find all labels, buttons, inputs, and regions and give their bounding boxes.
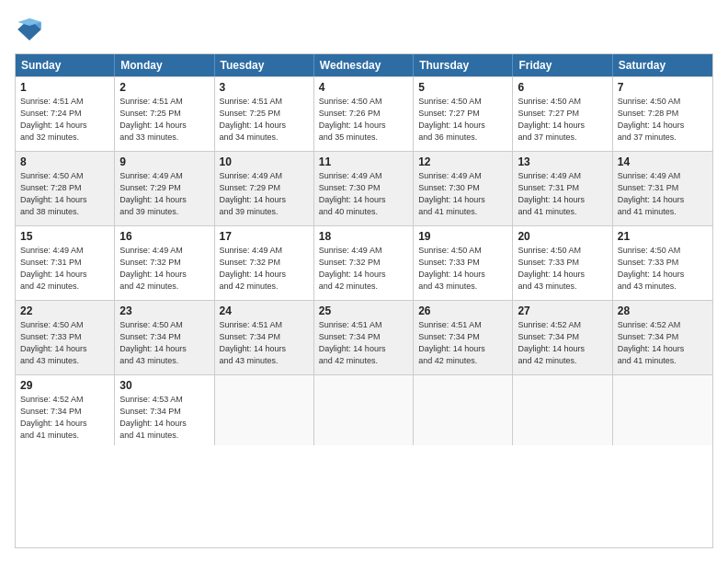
cal-cell-empty-5: [513, 375, 612, 445]
cal-cell-25: 25Sunrise: 4:51 AMSunset: 7:34 PMDayligh…: [314, 301, 414, 374]
day-number: 26: [418, 304, 507, 317]
day-number: 19: [418, 230, 507, 243]
cal-cell-3: 3Sunrise: 4:51 AMSunset: 7:25 PMDaylight…: [215, 77, 314, 151]
cal-cell-19: 19Sunrise: 4:50 AMSunset: 7:33 PMDayligh…: [414, 226, 513, 300]
cal-cell-1: 1Sunrise: 4:51 AMSunset: 7:24 PMDaylight…: [16, 77, 115, 151]
day-number: 29: [20, 379, 109, 392]
header: [15, 15, 713, 44]
cal-cell-21: 21Sunrise: 4:50 AMSunset: 7:33 PMDayligh…: [613, 226, 712, 300]
day-info: Sunrise: 4:51 AMSunset: 7:25 PMDaylight:…: [119, 96, 209, 144]
day-number: 28: [618, 304, 708, 317]
cal-cell-14: 14Sunrise: 4:49 AMSunset: 7:31 PMDayligh…: [613, 152, 712, 225]
day-number: 25: [319, 304, 408, 317]
header-day-wednesday: Wednesday: [314, 54, 414, 76]
cal-cell-empty-2: [215, 375, 314, 445]
day-number: 3: [220, 81, 309, 94]
page: SundayMondayTuesdayWednesdayThursdayFrid…: [0, 0, 728, 563]
day-number: 7: [618, 81, 708, 94]
calendar-row-5: 29Sunrise: 4:52 AMSunset: 7:34 PMDayligh…: [16, 374, 712, 445]
day-number: 5: [418, 81, 507, 94]
day-number: 1: [20, 81, 109, 94]
day-info: Sunrise: 4:50 AMSunset: 7:33 PMDaylight:…: [418, 245, 507, 293]
day-info: Sunrise: 4:51 AMSunset: 7:34 PMDaylight:…: [418, 319, 507, 367]
day-number: 12: [418, 155, 507, 168]
day-number: 8: [20, 155, 109, 168]
day-info: Sunrise: 4:49 AMSunset: 7:32 PMDaylight:…: [220, 245, 309, 293]
cal-cell-18: 18Sunrise: 4:49 AMSunset: 7:32 PMDayligh…: [314, 226, 414, 300]
cal-cell-22: 22Sunrise: 4:50 AMSunset: 7:33 PMDayligh…: [16, 301, 115, 374]
cal-cell-empty-6: [613, 375, 712, 445]
day-number: 27: [518, 304, 607, 317]
cal-cell-28: 28Sunrise: 4:52 AMSunset: 7:34 PMDayligh…: [613, 301, 712, 374]
day-info: Sunrise: 4:50 AMSunset: 7:27 PMDaylight:…: [518, 96, 607, 144]
day-info: Sunrise: 4:50 AMSunset: 7:27 PMDaylight:…: [418, 96, 507, 144]
day-number: 24: [220, 304, 309, 317]
day-number: 2: [119, 81, 209, 94]
logo-icon: [15, 15, 44, 44]
cal-cell-empty-3: [314, 375, 414, 445]
day-number: 10: [220, 155, 309, 168]
cal-cell-10: 10Sunrise: 4:49 AMSunset: 7:29 PMDayligh…: [215, 152, 314, 225]
cal-cell-12: 12Sunrise: 4:49 AMSunset: 7:30 PMDayligh…: [414, 152, 513, 225]
day-number: 20: [518, 230, 607, 243]
cal-cell-11: 11Sunrise: 4:49 AMSunset: 7:30 PMDayligh…: [314, 152, 414, 225]
day-info: Sunrise: 4:49 AMSunset: 7:29 PMDaylight:…: [220, 170, 309, 218]
header-day-thursday: Thursday: [414, 54, 513, 76]
day-info: Sunrise: 4:51 AMSunset: 7:24 PMDaylight:…: [20, 96, 109, 144]
day-info: Sunrise: 4:52 AMSunset: 7:34 PMDaylight:…: [618, 319, 708, 367]
cal-cell-16: 16Sunrise: 4:49 AMSunset: 7:32 PMDayligh…: [115, 226, 214, 300]
day-number: 6: [518, 81, 607, 94]
day-info: Sunrise: 4:52 AMSunset: 7:34 PMDaylight:…: [518, 319, 607, 367]
day-info: Sunrise: 4:51 AMSunset: 7:25 PMDaylight:…: [220, 96, 309, 144]
calendar-row-3: 15Sunrise: 4:49 AMSunset: 7:31 PMDayligh…: [16, 225, 712, 300]
day-number: 22: [20, 304, 109, 317]
day-info: Sunrise: 4:51 AMSunset: 7:34 PMDaylight:…: [319, 319, 408, 367]
day-info: Sunrise: 4:49 AMSunset: 7:32 PMDaylight:…: [119, 245, 209, 293]
calendar-row-4: 22Sunrise: 4:50 AMSunset: 7:33 PMDayligh…: [16, 300, 712, 374]
cal-cell-7: 7Sunrise: 4:50 AMSunset: 7:28 PMDaylight…: [613, 77, 712, 151]
cal-cell-2: 2Sunrise: 4:51 AMSunset: 7:25 PMDaylight…: [115, 77, 214, 151]
cal-cell-20: 20Sunrise: 4:50 AMSunset: 7:33 PMDayligh…: [513, 226, 612, 300]
header-day-saturday: Saturday: [613, 54, 712, 76]
cal-cell-6: 6Sunrise: 4:50 AMSunset: 7:27 PMDaylight…: [513, 77, 612, 151]
day-number: 14: [618, 155, 708, 168]
day-info: Sunrise: 4:50 AMSunset: 7:33 PMDaylight:…: [518, 245, 607, 293]
cal-cell-23: 23Sunrise: 4:50 AMSunset: 7:34 PMDayligh…: [115, 301, 214, 374]
day-info: Sunrise: 4:49 AMSunset: 7:31 PMDaylight:…: [518, 170, 607, 218]
day-number: 11: [319, 155, 408, 168]
day-number: 18: [319, 230, 408, 243]
day-info: Sunrise: 4:50 AMSunset: 7:28 PMDaylight:…: [618, 96, 708, 144]
day-number: 4: [319, 81, 408, 94]
calendar-body: 1Sunrise: 4:51 AMSunset: 7:24 PMDaylight…: [16, 76, 712, 445]
day-info: Sunrise: 4:51 AMSunset: 7:34 PMDaylight:…: [220, 319, 309, 367]
day-number: 16: [119, 230, 209, 243]
cal-cell-26: 26Sunrise: 4:51 AMSunset: 7:34 PMDayligh…: [414, 301, 513, 374]
day-number: 23: [119, 304, 209, 317]
day-number: 17: [220, 230, 309, 243]
day-number: 15: [20, 230, 109, 243]
cal-cell-9: 9Sunrise: 4:49 AMSunset: 7:29 PMDaylight…: [115, 152, 214, 225]
day-info: Sunrise: 4:50 AMSunset: 7:28 PMDaylight:…: [20, 170, 109, 218]
logo: [15, 15, 48, 44]
day-info: Sunrise: 4:49 AMSunset: 7:30 PMDaylight:…: [319, 170, 408, 218]
header-day-tuesday: Tuesday: [215, 54, 314, 76]
day-info: Sunrise: 4:50 AMSunset: 7:33 PMDaylight:…: [618, 245, 708, 293]
cal-cell-empty-4: [414, 375, 513, 445]
day-info: Sunrise: 4:50 AMSunset: 7:33 PMDaylight:…: [20, 319, 109, 367]
calendar-row-1: 1Sunrise: 4:51 AMSunset: 7:24 PMDaylight…: [16, 76, 712, 151]
day-info: Sunrise: 4:49 AMSunset: 7:32 PMDaylight:…: [319, 245, 408, 293]
cal-cell-24: 24Sunrise: 4:51 AMSunset: 7:34 PMDayligh…: [215, 301, 314, 374]
calendar-row-2: 8Sunrise: 4:50 AMSunset: 7:28 PMDaylight…: [16, 151, 712, 225]
day-info: Sunrise: 4:49 AMSunset: 7:31 PMDaylight:…: [618, 170, 708, 218]
day-info: Sunrise: 4:50 AMSunset: 7:34 PMDaylight:…: [119, 319, 209, 367]
cal-cell-15: 15Sunrise: 4:49 AMSunset: 7:31 PMDayligh…: [16, 226, 115, 300]
header-day-monday: Monday: [115, 54, 214, 76]
cal-cell-30: 30Sunrise: 4:53 AMSunset: 7:34 PMDayligh…: [115, 375, 214, 445]
cal-cell-4: 4Sunrise: 4:50 AMSunset: 7:26 PMDaylight…: [314, 77, 414, 151]
header-day-friday: Friday: [513, 54, 612, 76]
day-info: Sunrise: 4:52 AMSunset: 7:34 PMDaylight:…: [20, 394, 109, 442]
day-number: 21: [618, 230, 708, 243]
day-number: 9: [119, 155, 209, 168]
day-number: 13: [518, 155, 607, 168]
calendar-header: SundayMondayTuesdayWednesdayThursdayFrid…: [16, 54, 712, 76]
